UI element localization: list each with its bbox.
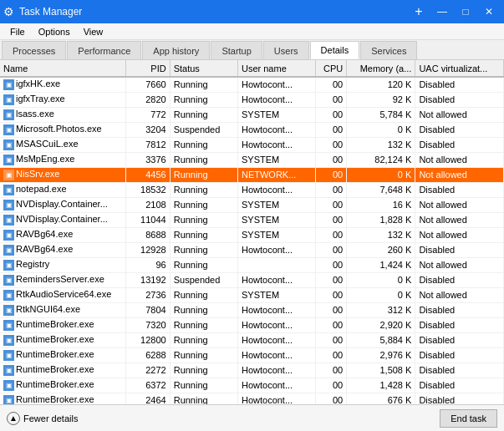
table-row[interactable]: ▣RuntimeBroker.exe 6288 Running Howtocon…: [0, 347, 504, 363]
cell-uac: Disabled: [415, 77, 504, 92]
tab-startup[interactable]: Startup: [211, 41, 262, 59]
cell-cpu: 00: [315, 182, 346, 197]
cell-name: ▣MsMpEng.exe: [0, 152, 126, 167]
col-header-name[interactable]: Name: [0, 60, 126, 77]
table-row[interactable]: ▣RAVBg64.exe 8688 Running SYSTEM 00 132 …: [0, 227, 504, 242]
cell-memory: 120 K: [347, 77, 415, 92]
cell-name: ▣NisSrv.exe: [0, 167, 126, 182]
table-row[interactable]: ▣igfxTray.exe 2820 Running Howtocont... …: [0, 92, 504, 107]
table-row[interactable]: ▣RuntimeBroker.exe 7320 Running Howtocon…: [0, 317, 504, 332]
table-row[interactable]: ▣RAVBg64.exe 12928 Running Howtocont... …: [0, 242, 504, 257]
cell-uac: Not allowed: [415, 257, 504, 272]
table-row[interactable]: ▣RtkAudioService64.exe 2736 Running SYST…: [0, 287, 504, 302]
tab-details[interactable]: Details: [310, 41, 360, 59]
table-row[interactable]: ▣RemindersServer.exe 13192 Suspended How…: [0, 272, 504, 287]
end-task-button[interactable]: End task: [440, 409, 497, 428]
cell-memory: 16 K: [347, 197, 415, 212]
table-row[interactable]: ▣notepad.exe 18532 Running Howtocont... …: [0, 182, 504, 197]
process-icon: ▣: [3, 109, 14, 120]
cell-uac: Not allowed: [415, 167, 504, 182]
tab-services[interactable]: Services: [360, 41, 417, 59]
menu-file[interactable]: File: [3, 26, 32, 38]
col-header-pid[interactable]: PID: [126, 60, 170, 77]
col-header-status[interactable]: Status: [170, 60, 237, 77]
cell-status: Running: [170, 242, 237, 257]
col-header-memory[interactable]: Memory (a...: [347, 60, 415, 77]
col-header-user[interactable]: User name: [237, 60, 315, 77]
table-row[interactable]: ▣RuntimeBroker.exe 12800 Running Howtoco…: [0, 332, 504, 347]
cell-status: Running: [170, 287, 237, 302]
cell-cpu: 00: [315, 393, 346, 404]
cell-uac: Disabled: [415, 393, 504, 404]
cell-pid: 12800: [126, 332, 170, 347]
cell-name: ▣igfxTray.exe: [0, 92, 126, 107]
table-row[interactable]: ▣NVDisplay.Container... 11044 Running SY…: [0, 212, 504, 227]
cell-user: Howtocont...: [237, 332, 315, 347]
cell-memory: 82,124 K: [347, 152, 415, 167]
minimize-button[interactable]: —: [430, 0, 454, 23]
maximize-button[interactable]: □: [454, 0, 477, 23]
menu-view[interactable]: View: [77, 26, 110, 38]
table-row[interactable]: ▣NVDisplay.Container... 2108 Running SYS…: [0, 197, 504, 212]
cell-cpu: 00: [315, 363, 346, 378]
cell-status: Running: [170, 363, 237, 378]
fewer-details-button[interactable]: ▲ Fewer details: [7, 412, 78, 425]
process-icon: ▣: [3, 170, 14, 180]
cell-status: Running: [170, 197, 237, 212]
cell-name: ▣MSASCuiL.exe: [0, 137, 126, 152]
table-row[interactable]: ▣lsass.exe 772 Running SYSTEM 00 5,784 K…: [0, 107, 504, 122]
cell-uac: Not allowed: [415, 152, 504, 167]
col-header-uac[interactable]: UAC virtualizat...: [415, 60, 504, 77]
menu-options[interactable]: Options: [32, 26, 77, 38]
cell-pid: 3376: [126, 152, 170, 167]
tab-users[interactable]: Users: [263, 41, 309, 59]
col-header-cpu[interactable]: CPU: [315, 60, 346, 77]
table-row[interactable]: ▣Registry 96 Running 00 1,424 K Not allo…: [0, 257, 504, 272]
cell-name: ▣RuntimeBroker.exe: [0, 378, 126, 393]
table-row[interactable]: ▣RuntimeBroker.exe 2464 Running Howtocon…: [0, 393, 504, 404]
process-icon: ▣: [3, 230, 14, 241]
cell-cpu: 00: [315, 287, 346, 302]
table-row[interactable]: ▣RuntimeBroker.exe 6372 Running Howtocon…: [0, 378, 504, 393]
cell-cpu: 00: [315, 317, 346, 332]
title-bar-buttons: + — □ ✕: [407, 0, 501, 23]
cell-user: SYSTEM: [237, 212, 315, 227]
table-row[interactable]: ▣MSASCuiL.exe 7812 Running Howtocont... …: [0, 137, 504, 152]
tab-processes[interactable]: Processes: [2, 41, 66, 59]
cell-status: Suspended: [170, 122, 237, 137]
cell-name: ▣RAVBg64.exe: [0, 242, 126, 257]
cell-memory: 676 K: [347, 393, 415, 404]
table-row[interactable]: ▣RtkNGUI64.exe 7804 Running Howtocont...…: [0, 302, 504, 317]
cell-pid: 7320: [126, 317, 170, 332]
table-row[interactable]: ▣RuntimeBroker.exe 2272 Running Howtocon…: [0, 363, 504, 378]
table-row[interactable]: ▣igfxHK.exe 7660 Running Howtocont... 00…: [0, 77, 504, 92]
cell-user: Howtocont...: [237, 363, 315, 378]
cell-user: Howtocont...: [237, 242, 315, 257]
cell-status: Running: [170, 257, 237, 272]
cell-pid: 11044: [126, 212, 170, 227]
cell-status: Running: [170, 92, 237, 107]
process-icon: ▣: [3, 395, 14, 404]
new-tab-button[interactable]: +: [407, 0, 430, 23]
table-row[interactable]: ▣MsMpEng.exe 3376 Running SYSTEM 00 82,1…: [0, 152, 504, 167]
cell-cpu: 00: [315, 242, 346, 257]
cell-user: NETWORK...: [237, 167, 315, 182]
cell-pid: 7812: [126, 137, 170, 152]
table-container: Name PID Status User name CPU Memory (a.…: [0, 60, 504, 404]
cell-uac: Disabled: [415, 242, 504, 257]
close-button[interactable]: ✕: [477, 0, 501, 23]
process-icon: ▣: [3, 200, 14, 210]
cell-pid: 7804: [126, 302, 170, 317]
cell-uac: Disabled: [415, 378, 504, 393]
table-row[interactable]: ▣NisSrv.exe 4456 Running NETWORK... 00 0…: [0, 167, 504, 182]
cell-user: Howtocont...: [237, 302, 315, 317]
table-row[interactable]: ▣Microsoft.Photos.exe 3204 Suspended How…: [0, 122, 504, 137]
cell-cpu: 00: [315, 137, 346, 152]
cell-uac: Disabled: [415, 272, 504, 287]
process-icon: ▣: [3, 94, 14, 105]
cell-user: Howtocont...: [237, 122, 315, 137]
cell-memory: 5,784 K: [347, 107, 415, 122]
tab-app-history[interactable]: App history: [142, 41, 210, 59]
tab-performance[interactable]: Performance: [67, 41, 141, 59]
menu-bar: File Options View: [0, 23, 504, 40]
